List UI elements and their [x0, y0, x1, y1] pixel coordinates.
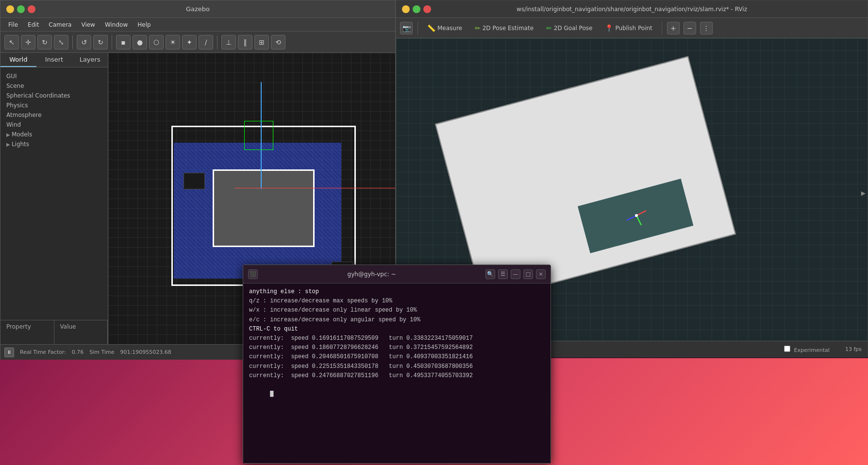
- gazebo-left-tabs: World Insert Layers: [0, 53, 108, 67]
- value-column-header: Value: [54, 320, 108, 344]
- terminal-window: ⬛ gyh@gyh-vpc: ~ 🔍 ☰ — □ × anything else…: [243, 265, 551, 464]
- rviz-minus-btn[interactable]: −: [684, 22, 696, 34]
- tab-insert[interactable]: Insert: [36, 53, 72, 67]
- terminal-app-icon: ⬛: [248, 269, 258, 279]
- toolbar-reset-btn[interactable]: ⟲: [271, 35, 285, 50]
- rviz-plus-btn[interactable]: +: [667, 22, 680, 34]
- term-line-11: currently: speed 0.22515351843350178 tur…: [249, 362, 545, 371]
- svg-point-3: [635, 214, 638, 217]
- menu-edit[interactable]: Edit: [24, 20, 43, 30]
- goal2d-icon: ✏: [546, 24, 552, 32]
- toolbar-scale-btn[interactable]: ⤡: [54, 35, 68, 50]
- toolbar-rotate-btn[interactable]: ↻: [37, 35, 52, 50]
- toolbar-sphere-btn[interactable]: ●: [133, 35, 147, 50]
- tree-scene[interactable]: Scene: [0, 81, 108, 91]
- toolbar-cylinder-btn[interactable]: ⬡: [149, 35, 164, 50]
- rviz-scroll-right: ▶: [861, 190, 866, 197]
- toolbar-align-btn[interactable]: ‖: [238, 35, 252, 50]
- tab-world[interactable]: World: [0, 53, 36, 67]
- tab-layers[interactable]: Layers: [72, 53, 108, 67]
- scene-inner-room: [213, 169, 315, 247]
- tree-models[interactable]: Models: [0, 130, 108, 139]
- rviz-tool-measure[interactable]: 📏 Measure: [423, 22, 467, 34]
- menu-help[interactable]: Help: [134, 20, 154, 30]
- toolbar-redo-btn[interactable]: ↻: [93, 35, 108, 50]
- experimental-check[interactable]: [784, 346, 790, 352]
- menu-camera[interactable]: Camera: [45, 20, 75, 30]
- toolbar-anchor-btn[interactable]: ⊥: [221, 35, 236, 50]
- terminal-maximize-btn[interactable]: □: [523, 269, 533, 279]
- terminal-title: gyh@gyh-vpc: ~: [258, 271, 485, 278]
- terminal-minimize-btn[interactable]: —: [511, 269, 520, 279]
- tree-wind[interactable]: Wind: [0, 120, 108, 130]
- rviz-more-btn[interactable]: ⋮: [700, 22, 713, 34]
- gazebo-close-btn[interactable]: ×: [28, 5, 35, 13]
- gazebo-menubar: File Edit Camera View Window Help: [0, 18, 395, 32]
- toolbar-translate-btn[interactable]: ✛: [21, 35, 35, 50]
- tree-physics[interactable]: Physics: [0, 100, 108, 110]
- measure-label: Measure: [437, 25, 462, 32]
- pose2d-label: 2D Pose Estimate: [483, 25, 534, 32]
- term-line-3: w/x : increase/decrease only linear spee…: [249, 306, 545, 315]
- sim-time-label: Sim Time: [89, 349, 114, 355]
- real-time-label: Real Time Factor:: [20, 349, 66, 355]
- sim-time-value: 901:190955023.68: [120, 349, 171, 355]
- rviz-sep-2: [662, 21, 662, 35]
- rviz-tool-pose2d[interactable]: ✏ 2D Pose Estimate: [470, 22, 538, 34]
- rviz-titlebar: — □ × ws/install/originbot_navigation/sh…: [396, 0, 868, 18]
- menu-window[interactable]: Window: [101, 20, 132, 30]
- rviz-minimize-btn[interactable]: —: [402, 5, 410, 13]
- toolbar-sep-2: [112, 35, 112, 49]
- terminal-controls: 🔍 ☰ — □ ×: [485, 269, 546, 279]
- world-tree: GUI Scene Spherical Coordinates Physics …: [0, 67, 108, 320]
- gazebo-left-panel: World Insert Layers GUI Scene Spherical …: [0, 53, 108, 344]
- toolbar-light-btn[interactable]: ✦: [182, 35, 197, 50]
- terminal-titlebar: ⬛ gyh@gyh-vpc: ~ 🔍 ☰ — □ ×: [243, 265, 551, 283]
- terminal-menu-btn[interactable]: ☰: [498, 269, 508, 279]
- goal2d-label: 2D Goal Pose: [554, 25, 593, 32]
- tree-lights[interactable]: Lights: [0, 139, 108, 149]
- toolbar-sun-btn[interactable]: ☀: [166, 35, 180, 50]
- gazebo-maximize-btn[interactable]: □: [17, 5, 25, 13]
- rviz-close-btn[interactable]: ×: [423, 5, 431, 13]
- pose2d-icon: ✏: [475, 24, 481, 32]
- menu-file[interactable]: File: [4, 20, 22, 30]
- gazebo-toolbar: ↖ ✛ ↻ ⤡ ↺ ↻ ▪ ● ⬡ ☀ ✦ / ⊥ ‖ ⊞ ⟲: [0, 32, 395, 53]
- rviz-axes: [624, 203, 649, 228]
- real-time-value: 0.76: [72, 349, 84, 355]
- terminal-search-btn[interactable]: 🔍: [485, 269, 495, 279]
- measure-icon: 📏: [427, 24, 435, 32]
- property-column-header: Property: [0, 320, 54, 344]
- tree-atmosphere[interactable]: Atmosphere: [0, 110, 108, 120]
- svg-line-2: [627, 216, 636, 220]
- term-line-9: currently: speed 0.18607728796628246 tur…: [249, 343, 545, 352]
- toolbar-select-btn[interactable]: ↖: [4, 35, 19, 50]
- toolbar-undo-btn[interactable]: ↺: [77, 35, 91, 50]
- term-line-0: anything else : stop: [249, 287, 545, 297]
- rviz-tool-publish[interactable]: 📍 Publish Point: [601, 22, 656, 34]
- toolbar-snap-btn[interactable]: ⊞: [254, 35, 269, 50]
- term-line-10: currently: speed 0.20468501675910708 tur…: [249, 352, 545, 362]
- gazebo-window-title: Gazebo: [35, 5, 360, 13]
- rviz-sep-1: [417, 21, 418, 35]
- term-line-4: e/c : increase/decrease only angular spe…: [249, 316, 545, 325]
- menu-view[interactable]: View: [77, 20, 99, 30]
- axes-svg: [624, 203, 649, 228]
- rviz-maximize-btn[interactable]: □: [413, 5, 420, 13]
- tree-gui[interactable]: GUI: [0, 71, 108, 81]
- terminal-close-btn[interactable]: ×: [536, 269, 546, 279]
- toolbar-slash-btn[interactable]: /: [199, 35, 213, 50]
- toolbar-sep-1: [72, 35, 73, 49]
- pause-button[interactable]: ⏸: [4, 348, 14, 357]
- rviz-window-controls: — □ ×: [402, 5, 431, 13]
- experimental-checkbox[interactable]: Experimental: [784, 346, 830, 353]
- term-line-2: q/z : increase/decrease max speeds by 10…: [249, 297, 545, 306]
- terminal-content[interactable]: anything else : stop q/z : increase/decr…: [243, 283, 551, 463]
- tree-spherical-coords[interactable]: Spherical Coordinates: [0, 91, 108, 100]
- gazebo-minimize-btn[interactable]: —: [6, 5, 14, 13]
- rviz-tool-goal2d[interactable]: ✏ 2D Goal Pose: [542, 22, 597, 34]
- rviz-camera-btn[interactable]: 📷: [400, 22, 413, 34]
- fps-display: 13 fps: [845, 346, 862, 352]
- svg-line-1: [636, 216, 641, 225]
- toolbar-box-btn[interactable]: ▪: [116, 35, 131, 50]
